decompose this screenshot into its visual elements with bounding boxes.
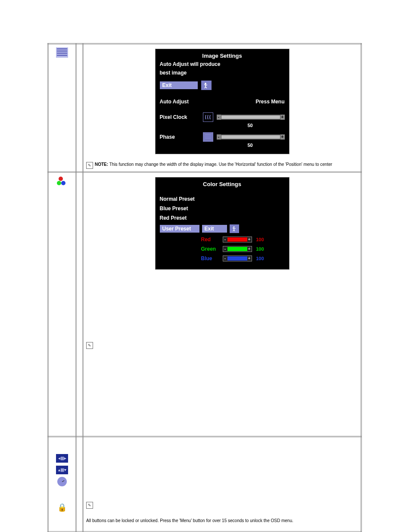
green-value: 100 <box>255 246 264 252</box>
phase-label: Phase <box>160 134 203 140</box>
color-exit-button[interactable]: Exit <box>202 225 227 233</box>
auto-adjust-label: Auto Adjust <box>160 99 203 105</box>
color-settings-label-cell <box>76 172 83 436</box>
osd-v-position-icon: ▴▦▾ <box>56 465 68 475</box>
red-label: Red <box>201 236 223 243</box>
pixel-clock-icon <box>203 112 213 122</box>
color-settings-title: Color Settings <box>160 179 285 190</box>
image-settings-title: Image Settings <box>160 51 285 62</box>
osd-row-label-cell <box>76 436 83 532</box>
image-settings-note: NOTE: This function may change the width… <box>86 159 358 170</box>
pixel-clock-label: Pixel Clock <box>160 114 203 120</box>
blue-slider[interactable]: -+ <box>223 255 252 261</box>
note-icon <box>86 162 93 169</box>
phase-value: 50 <box>216 143 285 148</box>
blue-label: Blue <box>201 255 223 261</box>
image-settings-panel: Image Settings Auto Adjust will produce … <box>155 49 290 154</box>
osd-lock-icon: 🔒 <box>56 502 68 513</box>
note-icon <box>86 342 93 349</box>
svg-point-2 <box>233 226 234 227</box>
color-settings-panel: Color Settings Normal Preset Blue Preset… <box>155 177 290 270</box>
red-preset-option[interactable]: Red Preset <box>160 215 187 221</box>
image-settings-icon <box>56 47 68 58</box>
green-slider[interactable]: -+ <box>223 246 252 252</box>
note-icon <box>86 502 93 509</box>
blue-value: 100 <box>255 256 264 261</box>
osd-h-position-icon: ◂▦▸ <box>56 453 68 464</box>
color-settings-note <box>86 339 358 350</box>
auto-adjust-message-l1: Auto Adjust will produce <box>160 62 285 70</box>
green-label: Green <box>201 246 223 252</box>
image-settings-label-cell <box>76 44 83 172</box>
pixel-clock-slider[interactable]: -+ <box>217 115 285 120</box>
pixel-clock-value: 50 <box>216 123 285 128</box>
phase-slider[interactable]: -+ <box>217 134 285 140</box>
normal-preset-option[interactable]: Normal Preset <box>160 196 195 202</box>
osd-hold-time-icon <box>56 476 68 487</box>
auto-adjust-message-l2: best image <box>160 70 285 79</box>
red-slider[interactable]: -+ <box>223 236 252 243</box>
red-value: 100 <box>255 237 264 242</box>
osd-lock-text: All buttons can be locked or unlocked. P… <box>86 518 358 523</box>
color-exit-icon <box>230 224 239 233</box>
color-settings-icon <box>56 176 68 186</box>
note-text: This function may change the width of th… <box>109 162 332 167</box>
svg-point-0 <box>205 83 206 84</box>
exit-button[interactable]: Exit <box>160 81 198 89</box>
exit-icon <box>201 81 212 90</box>
osd-row-note <box>86 499 358 510</box>
blue-preset-option[interactable]: Blue Preset <box>160 205 188 212</box>
user-preset-option[interactable]: User Preset <box>160 225 199 233</box>
phase-icon <box>203 132 213 142</box>
press-menu-label: Press Menu <box>255 99 284 105</box>
note-prefix: NOTE: <box>95 162 108 167</box>
